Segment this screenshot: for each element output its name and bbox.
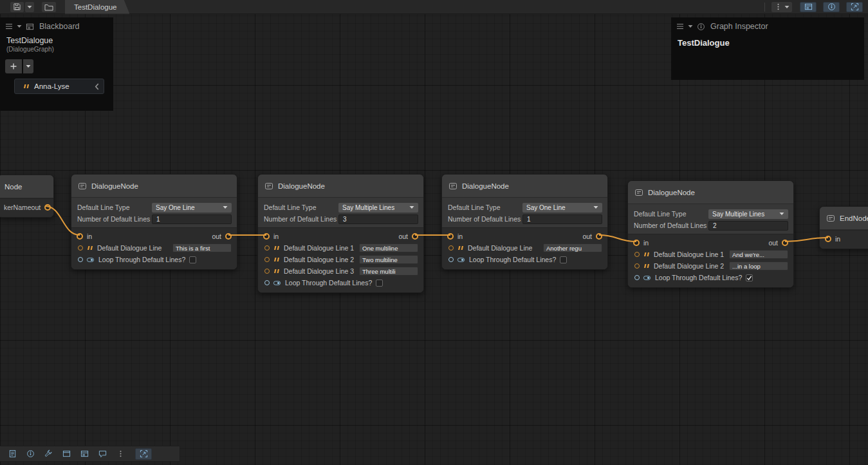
node-speaker[interactable]: NodekerNameout — [0, 175, 54, 218]
panel-menu-icon[interactable] — [5, 23, 13, 30]
dialogue-line-text-input[interactable]: Another regu — [543, 243, 602, 252]
panel-menu-icon[interactable] — [676, 23, 684, 30]
ports-row: inout — [442, 231, 607, 242]
out-port[interactable] — [596, 233, 602, 240]
property-row: Default Line TypeSay Multiple Lines — [628, 208, 793, 220]
out-port[interactable] — [44, 204, 51, 211]
loop-checkbox[interactable] — [560, 256, 567, 263]
out-port[interactable] — [782, 240, 788, 246]
property-label: Default Line Type — [634, 210, 687, 218]
loop-row: Loop Through Default Lines? — [442, 254, 607, 265]
dialogue-line-port[interactable] — [264, 245, 270, 251]
port-label: kerName — [4, 204, 32, 211]
window-button[interactable] — [59, 448, 73, 460]
add-field-button[interactable] — [5, 59, 22, 73]
node-ports-section: inoutDefault Dialogue LineAnother reguLo… — [442, 227, 607, 269]
frame-icon — [140, 450, 148, 458]
toggle-blackboard-button[interactable] — [800, 2, 817, 12]
blackboard-field-anna-lyse[interactable]: Anna-Lyse — [14, 79, 104, 94]
property-label: Number of Default Lines — [634, 222, 706, 229]
loop-row: Loop Through Default Lines? — [71, 254, 237, 265]
out-port[interactable] — [412, 233, 418, 240]
loop-row: Loop Through Default Lines? — [258, 277, 423, 289]
dialogue-line-label: Default Dialogue Line — [97, 244, 162, 252]
dialogue-line-port[interactable] — [264, 269, 270, 274]
dialogue-line-row: Default Dialogue Line 2Two multiline — [258, 254, 423, 265]
inspector-button[interactable] — [23, 448, 37, 460]
kebab-button[interactable] — [113, 448, 127, 460]
overflow-menu-button[interactable] — [771, 2, 792, 12]
dialogue-line-text-input[interactable]: ...in a loop — [729, 261, 788, 270]
node-ports-section: inoutDefault Dialogue Line 1One multilin… — [258, 227, 423, 292]
dialogue-line-port[interactable] — [448, 245, 454, 251]
node-dialogue1[interactable]: DialogueNodeDefault Line TypeSay One Lin… — [71, 174, 237, 270]
save-button[interactable] — [10, 2, 24, 12]
dialogue-line-text-input[interactable]: Three multili — [359, 267, 418, 276]
number-input[interactable]: 2 — [708, 221, 788, 231]
tab-testdialogue[interactable]: TestDialogue — [65, 0, 129, 14]
dialogue-button[interactable] — [95, 448, 109, 460]
dialogue-line-port[interactable] — [78, 245, 83, 251]
node-title: DialogueNode — [462, 182, 509, 190]
toggle-inspector-button[interactable] — [823, 2, 840, 12]
loop-label: Loop Through Default Lines? — [469, 256, 556, 263]
in-port[interactable] — [633, 240, 640, 246]
node-header: Node — [0, 175, 53, 198]
save-dropdown-button[interactable] — [25, 2, 34, 12]
inspector-icon — [697, 23, 705, 31]
foldout-caret-icon[interactable] — [17, 24, 22, 28]
loop-port[interactable] — [264, 280, 270, 285]
ports-row: in — [820, 233, 868, 245]
out-port[interactable] — [225, 233, 232, 240]
node-dialogue4[interactable]: DialogueNodeDefault Line TypeSay Multipl… — [627, 180, 794, 288]
wrench-button[interactable] — [41, 448, 55, 460]
in-port[interactable] — [77, 233, 83, 240]
dialogue-line-text-input[interactable]: This is a first — [172, 243, 232, 252]
dialogue-line-port[interactable] — [634, 263, 640, 269]
in-port[interactable] — [263, 233, 270, 240]
blackboard-button[interactable] — [77, 448, 91, 460]
document-button[interactable] — [5, 448, 19, 460]
loop-checkbox[interactable] — [189, 256, 196, 263]
number-input[interactable]: 1 — [522, 214, 602, 224]
chevron-down-icon — [26, 64, 31, 68]
chevron-down-icon — [593, 205, 598, 209]
line-type-dropdown[interactable]: Say One Line — [522, 203, 602, 213]
node-dialogue3[interactable]: DialogueNodeDefault Line TypeSay One Lin… — [441, 174, 608, 270]
dialogue-line-text-input[interactable]: And we're... — [729, 250, 788, 259]
add-field-dropdown-button[interactable] — [23, 59, 33, 73]
node-end[interactable]: EndNodein — [819, 206, 868, 249]
chevron-left-icon[interactable] — [95, 83, 99, 90]
node-dialogue2[interactable]: DialogueNodeDefault Line TypeSay Multipl… — [257, 174, 424, 293]
loop-port[interactable] — [448, 257, 454, 262]
loop-checkbox[interactable] — [376, 280, 383, 287]
number-input[interactable]: 1 — [152, 214, 232, 224]
loop-port[interactable] — [78, 257, 83, 262]
dialogue-line-text-input[interactable]: One multiline — [359, 243, 418, 252]
line-type-dropdown[interactable]: Say Multiple Lines — [708, 209, 788, 219]
node-properties: Default Line TypeSay One LineNumber of D… — [71, 198, 237, 227]
in-port[interactable] — [825, 236, 831, 242]
line-type-dropdown[interactable]: Say One Line — [152, 203, 232, 213]
frame-button[interactable] — [135, 448, 152, 460]
node-properties: Default Line TypeSay Multiple LinesNumbe… — [258, 198, 423, 227]
toggle-frame-button[interactable] — [846, 2, 863, 12]
node-icon — [264, 182, 273, 191]
quote-icon — [87, 245, 93, 251]
node-title: Node — [5, 183, 23, 191]
dialogue-line-label: Default Dialogue Line 2 — [284, 256, 354, 263]
loop-checkbox[interactable] — [746, 274, 753, 281]
open-asset-button[interactable] — [42, 2, 56, 12]
dialogue-line-port[interactable] — [264, 257, 270, 262]
line-type-dropdown[interactable]: Say Multiple Lines — [338, 203, 418, 213]
loop-port[interactable] — [634, 275, 640, 280]
number-input[interactable]: 3 — [338, 214, 418, 224]
inspector-graph-name: TestDialogue — [671, 34, 864, 52]
dialogue-line-port[interactable] — [634, 252, 640, 257]
in-port[interactable] — [447, 233, 454, 240]
dialogue-line-row: Default Dialogue Line 2...in a loop — [628, 260, 793, 272]
kebab-icon — [774, 3, 782, 11]
dialogue-line-text-input[interactable]: Two multiline — [359, 255, 418, 264]
ports-row: inout — [258, 231, 423, 242]
foldout-caret-icon[interactable] — [688, 24, 693, 28]
